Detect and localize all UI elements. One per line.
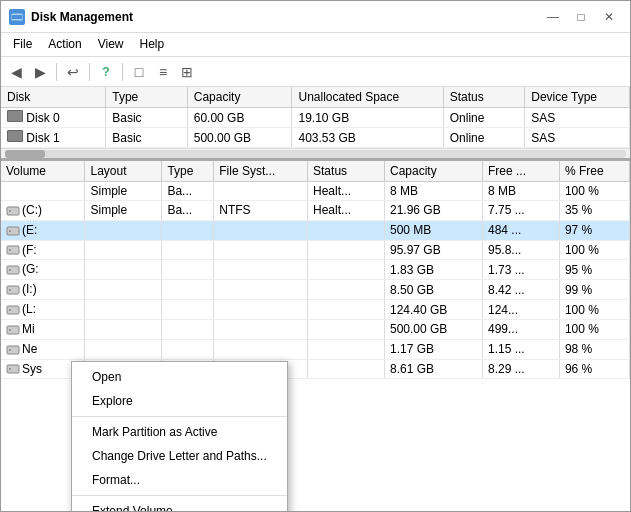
vol-name (1, 182, 85, 201)
vol-capacity: 1.83 GB (385, 260, 483, 280)
volume-table: Volume Layout Type File Syst... Status C… (1, 161, 630, 379)
svg-rect-2 (7, 207, 19, 215)
vol-capacity: 8.61 GB (385, 359, 483, 379)
svg-rect-10 (7, 286, 19, 294)
vol-capacity: 95.97 GB (385, 240, 483, 260)
vol-status (308, 220, 385, 240)
vol-capacity: 500 MB (385, 220, 483, 240)
disk-unallocated: 19.10 GB (292, 108, 443, 128)
title-bar: Disk Management — □ ✕ (1, 1, 630, 33)
drive-icon (6, 204, 20, 218)
volume-row[interactable]: (I:) 8.50 GB 8.42 ... 99 % (1, 280, 630, 300)
vol-name: (C:) (1, 201, 85, 221)
volume-row[interactable]: (G: 1.83 GB 1.73 ... 95 % (1, 260, 630, 280)
forward-button[interactable]: ▶ (29, 61, 51, 83)
disk-unallocated: 403.53 GB (292, 128, 443, 148)
disk-table-wrapper: Disk Type Capacity Unallocated Space Sta… (1, 87, 630, 161)
col-status[interactable]: Status (443, 87, 524, 108)
vcol-capacity[interactable]: Capacity (385, 161, 483, 182)
vol-fs (214, 182, 308, 201)
menu-action[interactable]: Action (40, 35, 89, 54)
disk-row[interactable]: Disk 0 Basic 60.00 GB 19.10 GB Online SA… (1, 108, 630, 128)
svg-rect-18 (7, 365, 19, 373)
ctx-mark-active[interactable]: Mark Partition as Active (72, 420, 287, 444)
list-button[interactable]: ≡ (152, 61, 174, 83)
disk-name: Disk 0 (1, 108, 106, 128)
volume-row[interactable]: (L: 124.40 GB 124... 100 % (1, 300, 630, 320)
col-device-type[interactable]: Device Type (525, 87, 630, 108)
disk-status: Online (443, 128, 524, 148)
vcol-volume[interactable]: Volume (1, 161, 85, 182)
vol-pct: 97 % (559, 220, 629, 240)
col-unallocated[interactable]: Unallocated Space (292, 87, 443, 108)
volume-row[interactable]: (C:) Simple Ba... NTFS Healt... 21.96 GB… (1, 201, 630, 221)
col-disk[interactable]: Disk (1, 87, 106, 108)
vol-free: 124... (482, 300, 559, 320)
maximize-button[interactable]: □ (568, 7, 594, 27)
vcol-free[interactable]: Free ... (482, 161, 559, 182)
window-controls: — □ ✕ (540, 7, 622, 27)
drive-icon (6, 263, 20, 277)
close-button[interactable]: ✕ (596, 7, 622, 27)
menu-file[interactable]: File (5, 35, 40, 54)
disk-device-type: SAS (525, 128, 630, 148)
vcol-status[interactable]: Status (308, 161, 385, 182)
minimize-button[interactable]: — (540, 7, 566, 27)
svg-rect-12 (7, 306, 19, 314)
disk-table: Disk Type Capacity Unallocated Space Sta… (1, 87, 630, 148)
vol-pct: 96 % (559, 359, 629, 379)
menu-view[interactable]: View (90, 35, 132, 54)
vol-type: Ba... (162, 182, 214, 201)
ctx-format[interactable]: Format... (72, 468, 287, 492)
up-button[interactable]: ↩ (62, 61, 84, 83)
vcol-fs[interactable]: File Syst... (214, 161, 308, 182)
vol-free: 7.75 ... (482, 201, 559, 221)
disk-row[interactable]: Disk 1 Basic 500.00 GB 403.53 GB Online … (1, 128, 630, 148)
disk-capacity: 60.00 GB (187, 108, 292, 128)
main-content: Disk Type Capacity Unallocated Space Sta… (1, 87, 630, 511)
disk-device-type: SAS (525, 108, 630, 128)
vol-free: 8.29 ... (482, 359, 559, 379)
help-icon-button[interactable]: ? (95, 61, 117, 83)
svg-point-11 (9, 289, 11, 291)
vol-capacity: 21.96 GB (385, 201, 483, 221)
menu-help[interactable]: Help (132, 35, 173, 54)
volume-row-e[interactable]: (E: 500 MB 484 ... 97 % (1, 220, 630, 240)
col-type[interactable]: Type (106, 87, 187, 108)
svg-point-15 (9, 329, 11, 331)
ctx-explore[interactable]: Explore (72, 389, 287, 413)
vol-free: 8.42 ... (482, 280, 559, 300)
vol-pct: 100 % (559, 182, 629, 201)
vol-fs (214, 220, 308, 240)
drive-icon (6, 343, 20, 357)
svg-rect-4 (7, 227, 19, 235)
vol-name: (F: (1, 240, 85, 260)
svg-point-19 (9, 368, 11, 370)
svg-point-13 (9, 309, 11, 311)
back-button[interactable]: ◀ (5, 61, 27, 83)
ctx-extend[interactable]: Extend Volume... (72, 499, 287, 511)
properties-button[interactable]: □ (128, 61, 150, 83)
svg-rect-1 (12, 15, 22, 19)
volume-row[interactable]: Mi 500.00 GB 499... 100 % (1, 319, 630, 339)
ctx-change-letter[interactable]: Change Drive Letter and Paths... (72, 444, 287, 468)
volume-section: Volume Layout Type File Syst... Status C… (1, 161, 630, 511)
disk-scrollbar[interactable] (1, 148, 630, 158)
col-capacity[interactable]: Capacity (187, 87, 292, 108)
svg-rect-6 (7, 246, 19, 254)
grid-button[interactable]: ⊞ (176, 61, 198, 83)
vcol-type[interactable]: Type (162, 161, 214, 182)
ctx-open[interactable]: Open (72, 365, 287, 389)
volume-row[interactable]: (F: 95.97 GB 95.8... 100 % (1, 240, 630, 260)
vol-name: (I:) (1, 280, 85, 300)
disk-type: Basic (106, 108, 187, 128)
svg-rect-8 (7, 266, 19, 274)
volume-row[interactable]: Simple Ba... Healt... 8 MB 8 MB 100 % (1, 182, 630, 201)
volume-row[interactable]: Ne 1.17 GB 1.15 ... 98 % (1, 339, 630, 359)
disk-type: Basic (106, 128, 187, 148)
vol-capacity: 8 MB (385, 182, 483, 201)
svg-point-3 (9, 210, 11, 212)
vol-name: (G: (1, 260, 85, 280)
vcol-pct[interactable]: % Free (559, 161, 629, 182)
vcol-layout[interactable]: Layout (85, 161, 162, 182)
